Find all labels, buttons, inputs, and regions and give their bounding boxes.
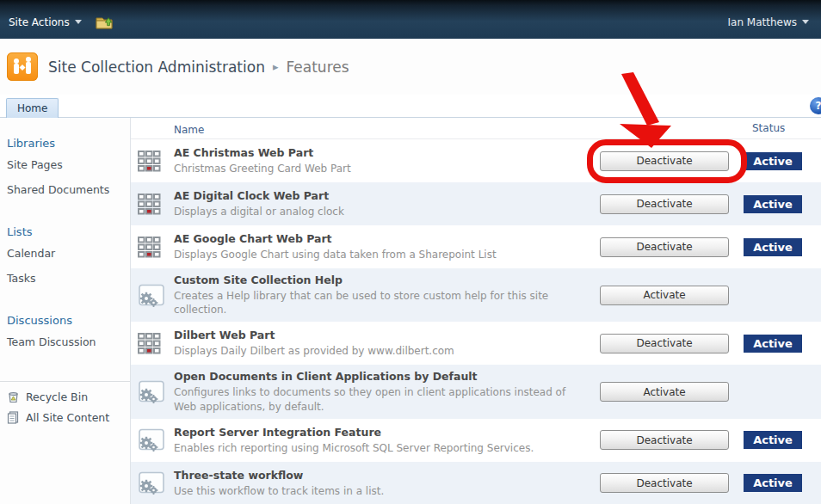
feature-row: Report Server Integration Feature Enable… [131,419,821,462]
feature-status-cell [737,292,821,298]
tab-bar: Home ? [0,95,821,118]
feature-action-button[interactable]: Deactivate [600,237,729,257]
feature-title: AE Google Chart Web Part [174,232,592,245]
feature-row: AE Digital Clock Web Part Displays a dig… [131,182,821,225]
feature-gear-icon [138,428,164,452]
feature-action-cell: Deactivate [592,430,737,450]
sidebar-item-shared-documents[interactable]: Shared Documents [7,181,123,198]
sidebar-item-team-discussion[interactable]: Team Discussion [7,334,123,350]
feature-text-cell: Dilbert Web Part Displays Daily Dilbert … [174,329,592,358]
column-header-name: Name [174,124,204,136]
webpart-grid-icon [138,151,161,172]
chevron-down-icon [75,20,82,24]
feature-status-cell [737,390,821,395]
feature-action-cell: Activate [592,382,737,402]
site-actions-label: Site Actions [9,16,70,28]
feature-text-cell: Custom Site Collection Help Creates a He… [174,274,592,317]
feature-icon-cell [131,333,174,354]
feature-status-cell: Active [737,431,821,449]
user-menu[interactable]: Ian Matthews [728,16,809,28]
feature-action-button[interactable]: Deactivate [600,151,729,171]
sidebar-item-all-site-content[interactable]: All Site Content [7,411,123,424]
feature-action-cell: Deactivate [592,151,737,171]
column-header-status: Status [752,122,785,134]
sidebar-item-recycle-bin[interactable]: Recycle Bin [7,390,123,403]
help-icon[interactable]: ? [810,97,821,114]
sidebar-item-label: All Site Content [26,411,109,424]
webpart-grid-icon [138,237,161,258]
feature-action-button[interactable]: Deactivate [600,334,729,353]
feature-status-cell: Active [737,152,821,170]
breadcrumb-current: Features [286,58,349,76]
feature-action-cell: Activate [592,286,737,305]
feature-status-cell: Active [737,335,821,353]
feature-action-button[interactable]: Activate [600,286,729,305]
page-header: Site Collection Administration ▸ Feature… [0,39,821,95]
sidebar-heading-discussions[interactable]: Discussions [7,314,123,327]
feature-row: AE Christmas Web Part Christmas Greeting… [131,139,821,182]
features-list: Name Status [131,118,821,504]
feature-text-cell: AE Christmas Web Part Christmas Greeting… [174,146,592,175]
status-badge: Active [744,152,802,170]
feature-gear-icon [138,380,164,403]
feature-title: AE Christmas Web Part [174,146,592,159]
feature-description: Displays a digital or analog clock [174,205,592,218]
feature-row: Dilbert Web Part Displays Daily Dilbert … [131,322,821,365]
top-bar: Site Actions Ian Matthews [0,0,821,39]
feature-action-button[interactable]: Deactivate [600,194,729,214]
feature-description: Creates a Help library that can be used … [174,289,592,317]
feature-action-button[interactable]: Activate [600,382,729,402]
breadcrumb: Site Collection Administration ▸ Feature… [48,58,349,76]
feature-description: Enables rich reporting using Microsoft S… [174,441,592,455]
feature-title: Open Documents in Client Applications by… [174,370,592,383]
status-badge: Active [744,431,802,449]
sidebar-item-tasks[interactable]: Tasks [7,270,123,286]
feature-action-button[interactable]: Deactivate [600,430,729,450]
feature-title: Dilbert Web Part [174,329,592,341]
feature-text-cell: AE Google Chart Web Part Displays Google… [174,232,592,261]
feature-row: Three-state workflow Use this workflow t… [131,462,821,504]
sidebar-divider [0,381,130,382]
feature-status-cell: Active [737,238,821,256]
breadcrumb-separator-icon: ▸ [273,60,279,73]
feature-status-cell: Active [737,474,821,492]
sidebar-item-site-pages[interactable]: Site Pages [7,157,123,173]
tab-home[interactable]: Home [6,98,59,118]
feature-icon-cell [131,380,174,403]
all-site-content-icon [7,411,20,424]
feature-description: Displays Google Chart using data taken f… [174,248,592,261]
status-badge: Active [744,195,802,213]
feature-title: Three-state workflow [174,469,592,482]
feature-description: Configures links to documents so they op… [174,385,592,413]
feature-text-cell: AE Digital Clock Web Part Displays a dig… [174,189,592,218]
webpart-grid-icon [138,194,161,215]
feature-status-cell: Active [737,195,821,213]
feature-action-cell: Deactivate [592,473,737,493]
feature-action-cell: Deactivate [592,237,737,257]
feature-action-cell: Deactivate [592,334,737,353]
feature-text-cell: Report Server Integration Feature Enable… [174,426,592,455]
feature-row: Open Documents in Client Applications by… [131,365,821,418]
sharepoint-features-page: Site Actions Ian Matthews [0,0,821,504]
sidebar-heading-libraries[interactable]: Libraries [7,137,123,150]
breadcrumb-root-link[interactable]: Site Collection Administration [48,58,265,76]
chevron-down-icon [802,20,809,24]
feature-gear-icon [138,284,164,307]
feature-description: Christmas Greeting Card Web Part [174,162,592,175]
navigate-up-folder-icon[interactable] [96,15,114,30]
feature-icon-cell [131,284,174,307]
recycle-bin-icon [7,390,20,403]
quick-launch-sidebar: LibrariesSite PagesShared DocumentsLists… [0,118,131,504]
feature-text-cell: Open Documents in Client Applications by… [174,370,592,413]
site-actions-menu[interactable]: Site Actions [9,16,82,28]
feature-action-button[interactable]: Deactivate [600,473,729,493]
feature-action-cell: Deactivate [592,194,737,214]
feature-title: Custom Site Collection Help [174,274,592,286]
status-badge: Active [744,474,802,492]
feature-description: Displays Daily Dilbert as provided by ww… [174,344,592,358]
sidebar-heading-lists[interactable]: Lists [7,225,123,238]
sidebar-item-calendar[interactable]: Calendar [7,245,123,261]
status-badge: Active [744,238,802,256]
feature-icon-cell [131,151,174,172]
site-logo-icon[interactable] [7,52,38,81]
